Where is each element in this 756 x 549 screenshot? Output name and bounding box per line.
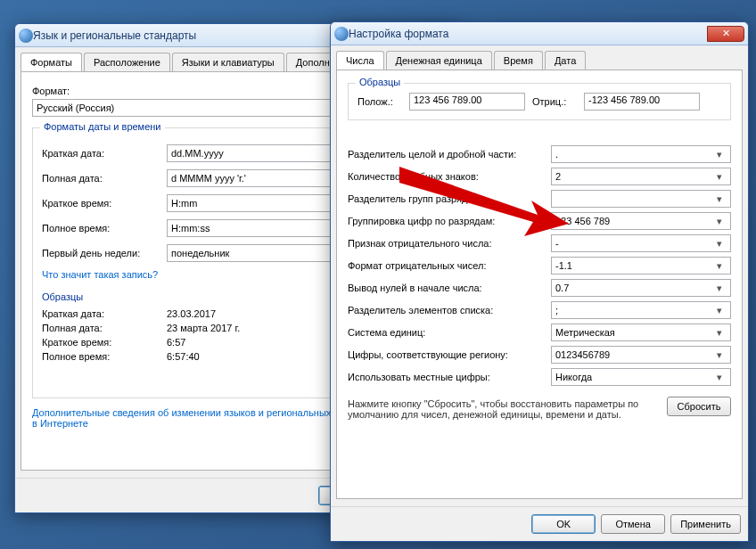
sample-long-time-v: 6:57:40 <box>167 351 200 362</box>
setting-label: Количество дробных знаков: <box>348 171 544 182</box>
setting-dropdown[interactable]: ;▾ <box>551 301 731 319</box>
chevron-down-icon: ▾ <box>712 216 727 227</box>
setting-value: Никогда <box>555 372 592 382</box>
setting-row: Разделитель групп разрядов:▾ <box>348 190 731 208</box>
globe-icon <box>334 27 349 41</box>
setting-value: 0123456789 <box>555 349 610 360</box>
long-date-label: Полная дата: <box>42 173 167 184</box>
setting-row: Система единиц:Метрическая▾ <box>348 324 731 341</box>
setting-value: Метрическая <box>555 327 615 338</box>
globe-icon <box>19 29 33 43</box>
setting-row: Вывод нулей в начале числа:0.7▾ <box>348 279 731 297</box>
chevron-down-icon: ▾ <box>712 327 727 339</box>
setting-dropdown[interactable]: 123 456 789▾ <box>551 212 731 230</box>
cancel-button[interactable]: Отмена <box>601 514 665 534</box>
sample-short-date-k: Краткая дата: <box>42 308 167 319</box>
setting-label: Разделитель целой и дробной части: <box>348 149 544 160</box>
setting-row: Признак отрицательного числа:-▾ <box>348 234 731 252</box>
ok-button[interactable]: OK <box>531 514 596 534</box>
setting-label: Признак отрицательного числа: <box>348 238 544 249</box>
setting-row: Группировка цифр по разрядам:123 456 789… <box>348 212 731 230</box>
setting-row: Разделитель элементов списка:;▾ <box>348 301 731 319</box>
setting-value: - <box>555 238 559 249</box>
setting-dropdown[interactable]: .▾ <box>551 145 731 163</box>
titlebar[interactable]: Настройка формата ✕ <box>331 22 748 45</box>
positive-label: Полож.: <box>357 96 402 107</box>
tab-currency[interactable]: Денежная единица <box>386 51 492 70</box>
tab-date[interactable]: Дата <box>545 51 586 70</box>
chevron-down-icon: ▾ <box>712 171 727 183</box>
short-time-label: Краткое время: <box>42 198 167 209</box>
short-date-label: Краткая дата: <box>42 148 167 159</box>
setting-dropdown[interactable]: Метрическая▾ <box>551 324 731 341</box>
negative-label: Отриц.: <box>532 96 577 107</box>
long-time-label: Полное время: <box>42 223 167 234</box>
setting-label: Система единиц: <box>348 327 544 338</box>
setting-value: 0.7 <box>555 283 569 293</box>
sample-short-time-v: 6:57 <box>167 337 185 348</box>
chevron-down-icon: ▾ <box>712 305 727 316</box>
setting-label: Использовать местные цифры: <box>348 372 544 382</box>
tab-body: Образцы Полож.: 123 456 789.00 Отриц.: -… <box>336 70 743 499</box>
setting-row: Цифры, соответствующие региону:012345678… <box>348 346 731 364</box>
format-value: Русский (Россия) <box>37 102 114 113</box>
tab-keyboards[interactable]: Языки и клавиатуры <box>172 53 284 71</box>
positive-sample: 123 456 789.00 <box>409 93 525 111</box>
group-legend: Образцы <box>356 77 404 87</box>
tab-time[interactable]: Время <box>494 51 543 70</box>
setting-label: Разделитель групп разрядов: <box>348 193 544 204</box>
button-bar: OK Отмена Применить <box>331 506 748 541</box>
close-button[interactable]: ✕ <box>707 26 744 42</box>
setting-label: Вывод нулей в начале числа: <box>348 283 544 293</box>
setting-label: Разделитель элементов списка: <box>348 305 544 315</box>
reset-button[interactable]: Сбросить <box>667 397 731 416</box>
chevron-down-icon: ▾ <box>712 260 727 272</box>
setting-value: . <box>555 149 558 160</box>
tab-formats[interactable]: Форматы <box>21 53 82 72</box>
setting-dropdown[interactable]: 0123456789▾ <box>551 346 731 364</box>
setting-value: ; <box>555 305 558 315</box>
setting-value: 123 456 789 <box>555 216 610 226</box>
setting-dropdown[interactable]: 2▾ <box>551 168 731 185</box>
tabs: Числа Денежная единица Время Дата <box>331 45 748 70</box>
tab-numbers[interactable]: Числа <box>336 51 384 70</box>
setting-row: Формат отрицательных чисел:-1.1▾ <box>348 257 731 274</box>
chevron-down-icon: ▾ <box>712 349 727 361</box>
settings-rows: Разделитель целой и дробной части:.▾Коли… <box>348 145 731 386</box>
sample-long-time-k: Полное время: <box>42 351 167 362</box>
setting-value: -1.1 <box>555 260 572 271</box>
reset-note: Нажмите кнопку "Сбросить", чтобы восстан… <box>348 398 642 420</box>
chevron-down-icon: ▾ <box>712 149 727 160</box>
customize-format-dialog: Настройка формата ✕ Числа Денежная едини… <box>330 21 749 542</box>
chevron-down-icon: ▾ <box>712 372 727 383</box>
setting-dropdown[interactable]: -▾ <box>551 234 731 252</box>
tab-location[interactable]: Расположение <box>84 53 170 71</box>
close-icon: ✕ <box>722 28 730 39</box>
setting-row: Использовать местные цифры:Никогда▾ <box>348 368 731 386</box>
setting-label: Группировка цифр по разрядам: <box>348 216 544 226</box>
setting-label: Формат отрицательных чисел: <box>348 260 544 271</box>
first-day-label: Первый день недели: <box>42 248 167 258</box>
window-title: Настройка формата <box>349 28 707 40</box>
chevron-down-icon: ▾ <box>712 238 727 250</box>
setting-dropdown[interactable]: ▾ <box>551 190 731 208</box>
chevron-down-icon: ▾ <box>712 193 727 205</box>
sample-long-date-k: Полная дата: <box>42 323 167 333</box>
sample-long-date-v: 23 марта 2017 г. <box>167 323 240 333</box>
sample-short-time-k: Краткое время: <box>42 337 167 348</box>
setting-row: Разделитель целой и дробной части:.▾ <box>348 145 731 163</box>
samples-group: Образцы Полож.: 123 456 789.00 Отриц.: -… <box>348 83 731 120</box>
group-legend: Форматы даты и времени <box>40 121 165 132</box>
setting-row: Количество дробных знаков:2▾ <box>348 168 731 185</box>
setting-dropdown[interactable]: Никогда▾ <box>551 368 731 386</box>
setting-dropdown[interactable]: 0.7▾ <box>551 279 731 297</box>
setting-dropdown[interactable]: -1.1▾ <box>551 257 731 274</box>
chevron-down-icon: ▾ <box>712 283 727 294</box>
setting-label: Цифры, соответствующие региону: <box>348 349 544 360</box>
apply-button[interactable]: Применить <box>670 514 741 534</box>
setting-value: 2 <box>555 171 561 182</box>
negative-sample: -123 456 789.00 <box>584 93 700 111</box>
sample-short-date-v: 23.03.2017 <box>167 308 216 319</box>
